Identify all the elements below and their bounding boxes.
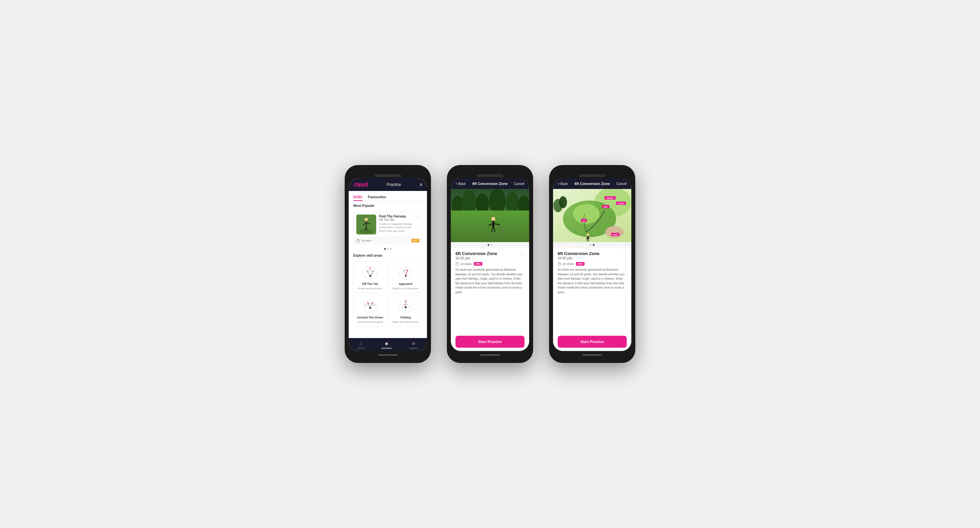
detail-drill-title-2: 6ft Conversion Zone 10-50 yds: [455, 251, 497, 260]
svg-point-41: [405, 303, 406, 305]
carousel-dot-3[interactable]: [390, 248, 392, 250]
skill-name-putting: Putting: [401, 316, 411, 319]
skill-name-atg: Around The Green: [357, 316, 383, 319]
svg-point-26: [405, 267, 406, 268]
drill-title-text-3: 6ft Conversion Zone: [558, 251, 600, 256]
list-body: Most Popular: [349, 201, 427, 338]
nav-activities[interactable]: ◈ Activities: [382, 341, 392, 350]
carousel-dot-3-2[interactable]: [593, 244, 595, 246]
skill-card-putting[interactable]: Putting Make and lag practice: [389, 295, 422, 326]
tab-favourites[interactable]: Favourites: [368, 194, 387, 201]
nav-capture-label: Capture: [409, 347, 418, 350]
svg-line-13: [367, 271, 370, 276]
featured-shots: 10 shots: [356, 239, 371, 242]
svg-point-16: [366, 270, 368, 272]
featured-footer: 10 shots OTT: [354, 237, 422, 244]
svg-point-50: [462, 191, 476, 214]
detail-title-row-3: 6ft Conversion Zone 10-50 yds ☆: [558, 251, 627, 260]
home-indicator-3: [553, 351, 631, 359]
detail-header-2: < Back 6ft Conversion Zone Cancel: [451, 178, 529, 189]
detail-shots-3: 20 shots: [558, 262, 574, 266]
home-bar-1: [378, 354, 398, 356]
svg-point-56: [491, 217, 495, 221]
start-practice-button-3[interactable]: Start Practice: [558, 336, 627, 348]
back-button-3[interactable]: < Back: [558, 182, 568, 186]
back-button-2[interactable]: < Back: [455, 182, 466, 186]
clock-icon-3: [558, 262, 561, 266]
start-btn-container-2: Start Practice: [451, 333, 529, 351]
notch-pill-3: [579, 174, 605, 177]
skill-card-ott[interactable]: Off The Tee Power and accuracy: [353, 262, 387, 293]
bottom-nav: ⌂ Home ◈ Activities ⊕ Capture: [349, 338, 427, 351]
svg-rect-55: [451, 211, 529, 242]
tab-drills[interactable]: Drills: [353, 194, 363, 201]
start-btn-container-3: Start Practice: [553, 333, 631, 351]
svg-point-67: [605, 226, 624, 238]
featured-drill-name: Find The Fairway: [379, 215, 413, 218]
featured-drill-text: Find The Fairway Off The Tee Create an i…: [379, 215, 413, 234]
featured-drill-image: [356, 215, 376, 234]
menu-icon[interactable]: ≡: [420, 182, 422, 187]
detail-body-2: 6ft Conversion Zone 10-50 yds ☆ 20 shots…: [451, 248, 529, 333]
detail-star-3[interactable]: ☆: [622, 251, 627, 256]
skill-icon-putting: [398, 298, 414, 314]
skill-card-atg[interactable]: Around The Green Hone your short game: [353, 295, 387, 326]
skill-desc-putting: Make and lag practice: [393, 321, 418, 324]
shots-label: 10 shots: [361, 239, 371, 242]
clock-icon-2: [455, 262, 459, 266]
svg-point-45: [403, 304, 404, 305]
home-bar-3: [582, 354, 602, 356]
nav-home[interactable]: ⌂ Home: [357, 341, 364, 350]
carousel-dot-1[interactable]: [384, 248, 386, 250]
carousel-dot-2[interactable]: [387, 248, 389, 250]
detail-drill-title-3: 6ft Conversion Zone 10-50 yds: [558, 251, 600, 260]
phone-notch-1: [349, 169, 427, 178]
detail-carousel-dots-2: [451, 242, 529, 248]
nav-capture[interactable]: ⊕ Capture: [409, 341, 418, 350]
detail-nav-title-3: 6ft Conversion Zone: [574, 182, 610, 186]
notch-pill: [375, 174, 401, 177]
golf-photo: [451, 189, 529, 242]
skill-icon-approach: [398, 264, 414, 281]
svg-point-43: [402, 307, 403, 308]
cancel-button-2[interactable]: Cancel: [514, 182, 525, 186]
phone-screen-1: clippd Practice ≡ Drills Favourites Most…: [349, 178, 427, 351]
carousel-dot-2-2[interactable]: [491, 244, 492, 246]
screen-detail-illustration: < Back 6ft Conversion Zone Cancel: [553, 178, 631, 351]
svg-point-69: [559, 196, 567, 208]
cancel-button-3[interactable]: Cancel: [616, 182, 627, 186]
skill-card-approach[interactable]: Approach Dial-in to hit the green: [389, 262, 422, 293]
explore-label: Explore skill areas: [353, 254, 422, 257]
golf-photo-svg: [451, 189, 529, 242]
featured-drill-card[interactable]: Find The Fairway Off The Tee Create an i…: [353, 212, 422, 244]
screen-practice-list: clippd Practice ≡ Drills Favourites Most…: [349, 178, 427, 351]
home-icon: ⌂: [359, 341, 362, 346]
ott-badge: OTT: [411, 239, 419, 242]
featured-card-content: Find The Fairway Off The Tee Create an i…: [354, 212, 422, 237]
carousel-dot-2-1[interactable]: [488, 244, 489, 246]
drill-range-2: 10-50 yds: [455, 256, 497, 260]
skill-grid: Off The Tee Power and accuracy: [353, 262, 422, 326]
detail-carousel-dots-3: [553, 242, 631, 248]
golfer-image-svg: [356, 215, 376, 234]
approach-icon-svg: [398, 264, 414, 281]
svg-line-12: [370, 271, 374, 276]
app-logo: clippd: [353, 182, 368, 188]
start-practice-button-2[interactable]: Start Practice: [455, 336, 525, 348]
clock-icon: [356, 239, 360, 242]
phone-screen-3: < Back 6ft Conversion Zone Cancel: [553, 178, 631, 351]
capture-icon: ⊕: [412, 341, 416, 346]
svg-point-17: [369, 268, 371, 269]
skill-icon-ott: [362, 264, 379, 281]
header-title: Practice: [387, 182, 401, 187]
skill-desc-approach: Dial-in to hit the green: [393, 287, 418, 290]
svg-line-22: [406, 270, 407, 276]
carousel-dot-3-1[interactable]: [590, 244, 592, 246]
featured-star-icon[interactable]: ☆: [416, 215, 419, 234]
golf-illustration: Miss Hit FAIRWAY ROUGH SAND: [553, 189, 631, 242]
tabs-bar: Drills Favourites: [349, 191, 427, 201]
svg-point-25: [403, 270, 405, 271]
home-indicator-1: [349, 351, 427, 359]
detail-star-2[interactable]: ☆: [520, 251, 525, 256]
detail-shots-row-3: 20 shots ARG: [558, 262, 627, 266]
